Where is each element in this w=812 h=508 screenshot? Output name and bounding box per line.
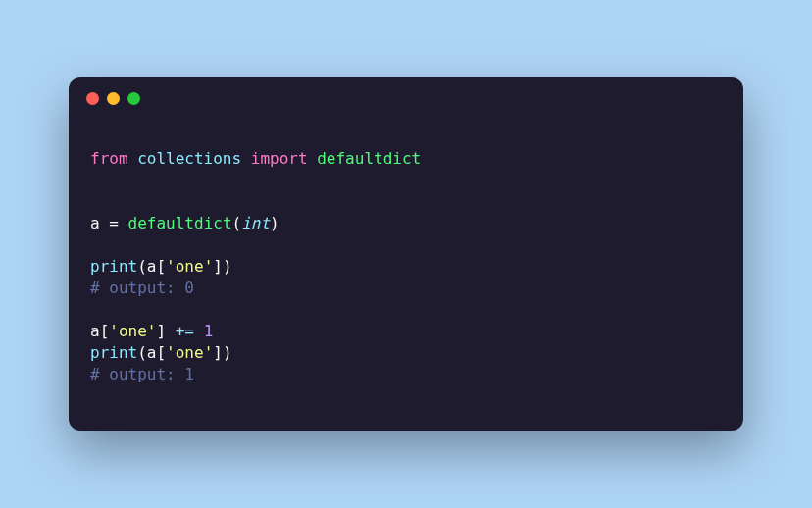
comment-output-1: # output: 1 — [90, 365, 194, 383]
maximize-icon[interactable] — [127, 92, 140, 105]
call-print: print — [90, 257, 137, 276]
comment-output-0: # output: 0 — [90, 279, 194, 297]
string-literal: 'one' — [166, 257, 213, 276]
code-window: from collections import defaultdict a = … — [69, 77, 743, 432]
op-plus-equals: += — [176, 322, 194, 340]
minimize-icon[interactable] — [107, 92, 120, 105]
close-icon[interactable] — [86, 92, 99, 105]
module-collections: collections — [137, 149, 241, 168]
var-a: a — [90, 214, 100, 232]
call-defaultdict: defaultdict — [128, 214, 232, 232]
code-block: from collections import defaultdict a = … — [69, 121, 743, 432]
window-titlebar — [69, 77, 743, 121]
op-assign: = — [109, 214, 119, 232]
number-literal: 1 — [204, 322, 214, 340]
keyword-import: import — [251, 149, 308, 168]
type-int: int — [241, 214, 270, 232]
keyword-from: from — [90, 149, 128, 168]
symbol-defaultdict: defaultdict — [317, 149, 421, 168]
